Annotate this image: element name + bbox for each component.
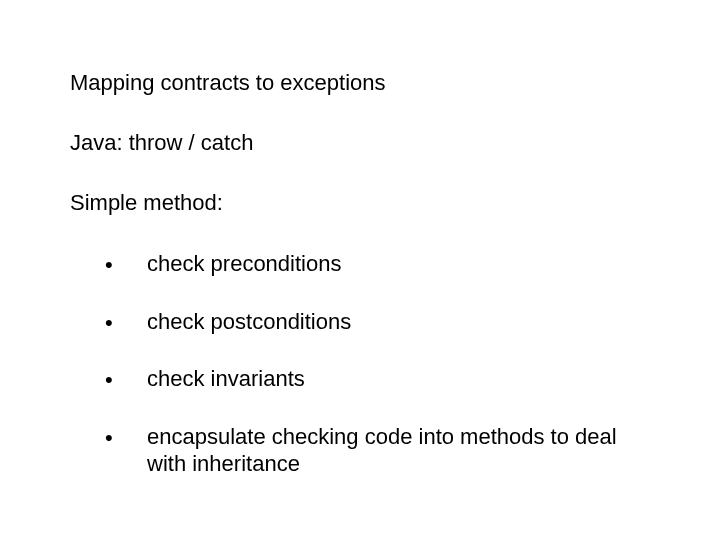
list-item: • encapsulate checking code into methods… bbox=[105, 423, 650, 478]
bullet-icon: • bbox=[105, 309, 113, 337]
bullet-icon: • bbox=[105, 366, 113, 394]
list-item-text: encapsulate checking code into methods t… bbox=[147, 424, 617, 477]
list-item: • check postconditions bbox=[105, 308, 650, 336]
list-item: • check invariants bbox=[105, 365, 650, 393]
slide: Mapping contracts to exceptions Java: th… bbox=[0, 0, 720, 540]
line-java: Java: throw / catch bbox=[70, 130, 650, 156]
list-item-text: check postconditions bbox=[147, 309, 351, 334]
list-item-text: check preconditions bbox=[147, 251, 341, 276]
list-item-text: check invariants bbox=[147, 366, 305, 391]
list-item: • check preconditions bbox=[105, 250, 650, 278]
bullet-icon: • bbox=[105, 424, 113, 452]
bullet-icon: • bbox=[105, 251, 113, 279]
bullet-list: • check preconditions • check postcondit… bbox=[105, 250, 650, 478]
slide-title: Mapping contracts to exceptions bbox=[70, 70, 650, 96]
line-simple-method: Simple method: bbox=[70, 190, 650, 216]
